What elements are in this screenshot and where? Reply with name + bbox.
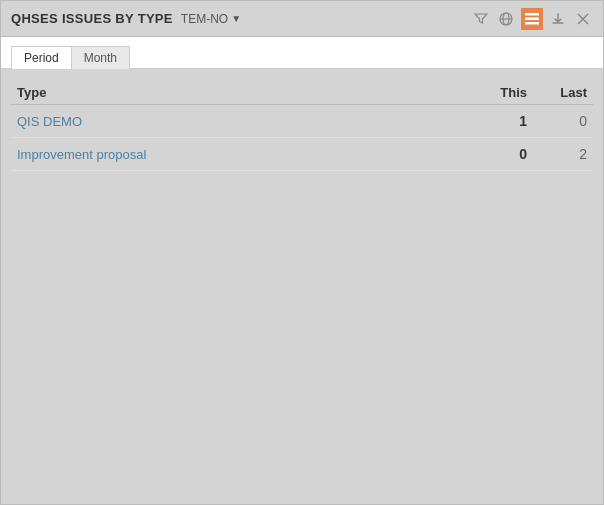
row-1-last: 2: [533, 138, 593, 171]
svg-rect-5: [525, 22, 539, 25]
table-area: Type This Last QIS DEMO 1 0 Improvement …: [1, 69, 603, 504]
svg-rect-4: [525, 17, 539, 20]
issues-table: Type This Last QIS DEMO 1 0 Improvement …: [11, 81, 593, 171]
table-view-button[interactable]: [521, 8, 543, 30]
header-left: QHSES ISSUES BY TYPE TEM-NO ▼: [11, 11, 241, 26]
table-row: QIS DEMO 1 0: [11, 105, 593, 138]
col-last: Last: [533, 81, 593, 105]
svg-rect-3: [525, 13, 539, 16]
widget-title: QHSES ISSUES BY TYPE: [11, 11, 173, 26]
row-1-this: 0: [473, 138, 533, 171]
table-row: Improvement proposal 0 2: [11, 138, 593, 171]
download-icon[interactable]: [548, 9, 568, 29]
row-0-type[interactable]: QIS DEMO: [11, 105, 473, 138]
subtitle-text: TEM-NO: [181, 12, 228, 26]
col-this: This: [473, 81, 533, 105]
table-header-row: Type This Last: [11, 81, 593, 105]
globe-icon[interactable]: [496, 9, 516, 29]
row-0-last: 0: [533, 105, 593, 138]
col-type: Type: [11, 81, 473, 105]
header-right: [471, 8, 593, 30]
tab-month[interactable]: Month: [71, 46, 130, 69]
subtitle-arrow[interactable]: ▼: [231, 13, 241, 24]
row-1-type[interactable]: Improvement proposal: [11, 138, 473, 171]
widget-header: QHSES ISSUES BY TYPE TEM-NO ▼: [1, 1, 603, 37]
row-0-this: 1: [473, 105, 533, 138]
close-icon[interactable]: [573, 9, 593, 29]
tab-period[interactable]: Period: [11, 46, 71, 69]
widget-container: QHSES ISSUES BY TYPE TEM-NO ▼: [0, 0, 604, 505]
filter-icon[interactable]: [471, 9, 491, 29]
tabs-area: Period Month: [1, 37, 603, 69]
widget-subtitle: TEM-NO ▼: [181, 12, 241, 26]
